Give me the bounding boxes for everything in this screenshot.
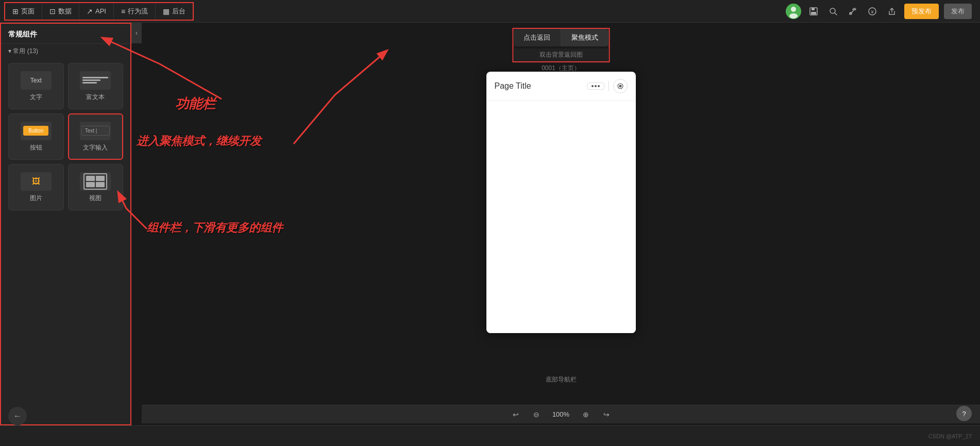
save-icon[interactable]	[806, 4, 821, 19]
search-icon[interactable]	[826, 4, 840, 19]
focus-mode-button[interactable]: 聚焦模式	[561, 29, 609, 46]
view-preview	[80, 172, 111, 191]
phone-body	[486, 101, 636, 333]
csdn-label: CSDN @ATP_27	[928, 433, 972, 439]
divider	[609, 81, 609, 91]
zoom-bar: ↩ ⊖ 100% ⊕ ↪	[142, 405, 980, 423]
nav-item-data[interactable]: ⊡ 数据	[42, 3, 79, 20]
view-label: 视图	[89, 194, 102, 203]
svg-line-7	[835, 13, 837, 15]
phone-header-actions	[587, 79, 628, 93]
image-preview: 🖼	[21, 172, 52, 191]
undo-button[interactable]: ↩	[510, 408, 522, 421]
nav-label-page: 页面	[21, 7, 35, 16]
svg-rect-4	[812, 8, 815, 10]
bottom-bar: ← CSDN @ATP_27	[0, 425, 980, 446]
sidebar-section: ▾ 常用 (13)	[1, 44, 130, 59]
sidebar-collapse[interactable]: ‹	[131, 23, 142, 43]
component-textinput[interactable]: Text | 文字输入	[68, 113, 124, 160]
richtext-label: 富文本	[86, 93, 105, 102]
phone-header: Page Title	[486, 72, 636, 101]
component-grid: Text 文字 富文本 Button 按钮 Text |	[1, 59, 130, 214]
redo-button[interactable]: ↪	[600, 408, 613, 421]
svg-point-1	[791, 7, 796, 12]
help-button[interactable]: ?	[956, 406, 972, 421]
component-richtext[interactable]: 富文本	[68, 63, 124, 109]
zoom-value: 100%	[551, 410, 571, 418]
zoom-out-button[interactable]: ⊖	[530, 408, 543, 421]
svg-text:¥: ¥	[870, 9, 874, 14]
focus-hint: 双击背景返回图	[513, 48, 609, 61]
nav-label-data: 数据	[58, 7, 72, 16]
component-text[interactable]: Text 文字	[8, 63, 64, 109]
help-icon: ?	[962, 410, 966, 418]
nav-item-workflow[interactable]: ≡ 行为流	[114, 3, 156, 20]
sidebar-title: 常规组件	[1, 24, 130, 44]
phone-title: Page Title	[495, 81, 531, 91]
button-label: 按钮	[30, 143, 42, 152]
money-icon[interactable]: ¥	[865, 4, 880, 19]
svg-rect-5	[811, 12, 816, 14]
richtext-preview	[80, 71, 111, 90]
avatar[interactable]	[786, 4, 801, 19]
phone-record-button[interactable]	[613, 79, 628, 93]
component-image[interactable]: 🖼 图片	[8, 164, 64, 210]
page-icon: ⊞	[12, 7, 19, 15]
bottom-nav-label: 底部导航栏	[546, 375, 577, 384]
zoom-in-button[interactable]: ⊕	[580, 408, 592, 421]
canvas-area: 点击返回 聚焦模式 双击背景返回图 0001（主页） Page Title	[142, 23, 980, 425]
component-view[interactable]: 视图	[68, 164, 124, 210]
top-nav-right: ¥ 预发布 发布	[786, 4, 980, 19]
component-button[interactable]: Button 按钮	[8, 113, 64, 160]
data-icon: ⊡	[49, 7, 56, 15]
sidebar: 常规组件 ▾ 常用 (13) Text 文字 富文本 Button	[0, 23, 131, 425]
nav-label-workflow: 行为流	[128, 7, 148, 16]
nav-item-page[interactable]: ⊞ 页面	[5, 3, 42, 20]
backend-icon: ▦	[163, 7, 170, 15]
image-label: 图片	[30, 194, 42, 203]
focus-back-button[interactable]: 点击返回	[513, 29, 561, 46]
share-icon[interactable]	[885, 4, 899, 19]
button-preview: Button	[21, 122, 52, 140]
textinput-preview: Text |	[80, 122, 111, 140]
nav-label-backend: 后台	[172, 7, 185, 16]
phone-dots-button[interactable]	[587, 82, 604, 90]
svg-point-12	[619, 85, 621, 88]
textinput-label: 文字输入	[83, 143, 108, 152]
top-nav: ⊞ 页面 ⊡ 数据 ↗ API ≡ 行为流 ▦ 后台	[0, 0, 980, 23]
text-label: 文字	[30, 93, 42, 102]
text-preview: Text	[21, 71, 52, 90]
phone-mockup: Page Title	[486, 72, 636, 333]
nav-tabs: ⊞ 页面 ⊡ 数据 ↗ API ≡ 行为流 ▦ 后台	[4, 2, 194, 21]
tool-icon[interactable]	[846, 4, 860, 19]
focus-bar: 点击返回 聚焦模式 双击背景返回图	[512, 28, 610, 62]
publish-button[interactable]: 发布	[944, 4, 972, 19]
nav-item-backend[interactable]: ▦ 后台	[156, 3, 193, 20]
workflow-icon: ≡	[121, 7, 125, 15]
nav-label-api: API	[95, 7, 106, 15]
api-icon: ↗	[87, 7, 93, 15]
nav-item-api[interactable]: ↗ API	[79, 3, 114, 20]
back-button[interactable]: ←	[8, 407, 27, 425]
svg-point-2	[789, 13, 798, 19]
preview-button[interactable]: 预发布	[904, 4, 939, 19]
